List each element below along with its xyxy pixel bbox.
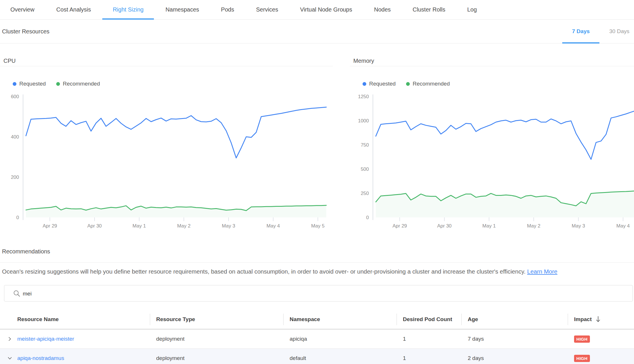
y-tick-label: 1000 xyxy=(358,118,369,124)
date-range-toggle: 7 Days30 Days xyxy=(562,20,634,43)
memory-chart: Memory Requested Recommended 02505007501… xyxy=(350,43,634,230)
legend-item-requested[interactable]: Requested xyxy=(363,81,396,87)
cell-resource-type: deployment xyxy=(150,329,283,348)
resource-name-link[interactable]: apiqa-nostradamus xyxy=(17,355,64,361)
table-body: meister-apiciqa-meisterdeploymentapiciqa… xyxy=(0,329,634,364)
divider xyxy=(0,66,333,66)
impact-badge: HIGH xyxy=(574,355,590,362)
x-tick-label: May 2 xyxy=(177,223,190,229)
column-header-resource-name[interactable]: Resource Name xyxy=(0,310,150,329)
tab-pods[interactable]: Pods xyxy=(211,0,245,19)
column-label: Impact xyxy=(574,316,592,323)
requested-dot-icon xyxy=(363,82,366,86)
y-tick-label: 400 xyxy=(11,134,19,140)
legend-label-requested: Requested xyxy=(369,81,396,87)
search-input[interactable] xyxy=(22,285,526,302)
x-tick-label: May 1 xyxy=(482,223,496,229)
impact-badge: HIGH xyxy=(574,335,590,343)
legend-label-requested: Requested xyxy=(19,81,46,87)
column-label: Age xyxy=(468,316,478,323)
tab-virtual-node-groups[interactable]: Virtual Node Groups xyxy=(290,0,363,19)
column-label: Resource Type xyxy=(156,316,195,323)
sort-descending-icon[interactable] xyxy=(596,316,601,323)
recommended-dot-icon xyxy=(56,82,60,86)
resource-name-link[interactable]: meister-apiciqa-meister xyxy=(17,336,74,342)
tab-right-sizing[interactable]: Right Sizing xyxy=(102,0,154,19)
cell-resource-name: meister-apiciqa-meister xyxy=(0,329,150,348)
tab-services[interactable]: Services xyxy=(246,0,288,19)
tab-bar: OverviewCost AnalysisRight SizingNamespa… xyxy=(0,0,634,20)
cpu-chart: CPU Requested Recommended 0200400600Apr … xyxy=(0,43,333,230)
legend-item-recommended[interactable]: Recommended xyxy=(406,81,450,87)
cell-resource-name: apiqa-nostradamus xyxy=(0,349,150,364)
recommendations-title: Recommendations xyxy=(2,248,50,255)
column-header-namespace[interactable]: Namespace xyxy=(283,310,397,329)
cluster-resources-title: Cluster Resources xyxy=(2,28,50,35)
cpu-plot: 0200400600Apr 29Apr 30May 1May 2May 3May… xyxy=(0,92,333,232)
table-header: Resource NameResource TypeNamespaceDesir… xyxy=(0,310,634,329)
x-tick-label: Apr 29 xyxy=(43,223,57,229)
y-tick-label: 250 xyxy=(361,191,369,196)
y-tick-label: 600 xyxy=(11,94,19,99)
cell-resource-type: deployment xyxy=(150,349,283,364)
recommendations-description: Ocean's resizing suggestions will help y… xyxy=(2,268,557,275)
search-box xyxy=(4,285,633,302)
cpu-legend: Requested Recommended xyxy=(13,81,110,87)
column-header-impact[interactable]: Impact xyxy=(568,310,634,329)
column-label: Desired Pod Count xyxy=(403,316,452,323)
y-tick-label: 0 xyxy=(366,215,369,220)
tab-cost-analysis[interactable]: Cost Analysis xyxy=(46,0,101,19)
legend-item-requested[interactable]: Requested xyxy=(13,81,46,87)
cell-desired-pod-count: 1 xyxy=(397,349,461,364)
column-label: Namespace xyxy=(290,316,320,323)
chevron-right-icon[interactable] xyxy=(7,336,13,342)
x-tick-label: Apr 29 xyxy=(393,223,407,229)
cpu-chart-title: CPU xyxy=(3,58,16,64)
tab-overview[interactable]: Overview xyxy=(0,0,45,19)
x-tick-label: May 4 xyxy=(616,223,630,229)
cluster-resources-header: Cluster Resources 7 Days30 Days xyxy=(0,20,634,43)
description-text: Ocean's resizing suggestions will help y… xyxy=(2,268,526,275)
table-row: apiqa-nostradamusdeploymentdefault12 day… xyxy=(0,349,634,364)
table-row: meister-apiciqa-meisterdeploymentapiciqa… xyxy=(0,329,634,349)
tab-cluster-rolls[interactable]: Cluster Rolls xyxy=(402,0,456,19)
divider xyxy=(350,66,634,66)
y-tick-label: 200 xyxy=(11,175,19,180)
x-tick-label: May 3 xyxy=(222,223,235,229)
x-tick-label: May 1 xyxy=(133,223,146,229)
tab-log[interactable]: Log xyxy=(457,0,487,19)
cell-age: 7 days xyxy=(461,329,568,348)
cell-namespace: default xyxy=(283,349,397,364)
y-tick-label: 0 xyxy=(16,215,19,220)
legend-label-recommended: Recommended xyxy=(413,81,450,87)
column-header-resource-type[interactable]: Resource Type xyxy=(150,310,283,329)
y-tick-label: 750 xyxy=(361,142,369,148)
requested-line xyxy=(26,107,326,158)
requested-line xyxy=(376,111,634,160)
range-7-days[interactable]: 7 Days xyxy=(562,20,599,43)
column-header-age[interactable]: Age xyxy=(461,310,568,329)
memory-chart-svg: 025050075010001250Apr 29Apr 30May 1May 2… xyxy=(350,92,634,230)
recommendations-table: Resource NameResource TypeNamespaceDesir… xyxy=(0,310,634,364)
learn-more-link[interactable]: Learn More xyxy=(527,268,557,275)
x-tick-label: May 5 xyxy=(311,223,324,229)
tab-nodes[interactable]: Nodes xyxy=(364,0,401,19)
y-tick-label: 1250 xyxy=(358,94,369,99)
requested-dot-icon xyxy=(13,82,16,86)
tab-namespaces[interactable]: Namespaces xyxy=(155,0,210,19)
range-30-days[interactable]: 30 Days xyxy=(599,20,634,43)
divider xyxy=(0,262,634,263)
x-tick-label: Apr 30 xyxy=(437,223,452,229)
cell-age: 2 days xyxy=(461,349,568,364)
cell-desired-pod-count: 1 xyxy=(397,329,461,348)
legend-item-recommended[interactable]: Recommended xyxy=(56,81,100,87)
column-header-desired-pod-count[interactable]: Desired Pod Count xyxy=(397,310,461,329)
memory-plot: 025050075010001250Apr 29Apr 30May 1May 2… xyxy=(350,92,634,232)
cell-namespace: apiciqa xyxy=(283,329,397,348)
memory-chart-title: Memory xyxy=(353,58,374,64)
chevron-down-icon[interactable] xyxy=(7,355,13,361)
cell-impact: HIGH xyxy=(568,349,634,364)
search-icon xyxy=(13,290,20,297)
x-tick-label: Apr 30 xyxy=(87,223,102,229)
y-tick-label: 500 xyxy=(361,166,369,172)
